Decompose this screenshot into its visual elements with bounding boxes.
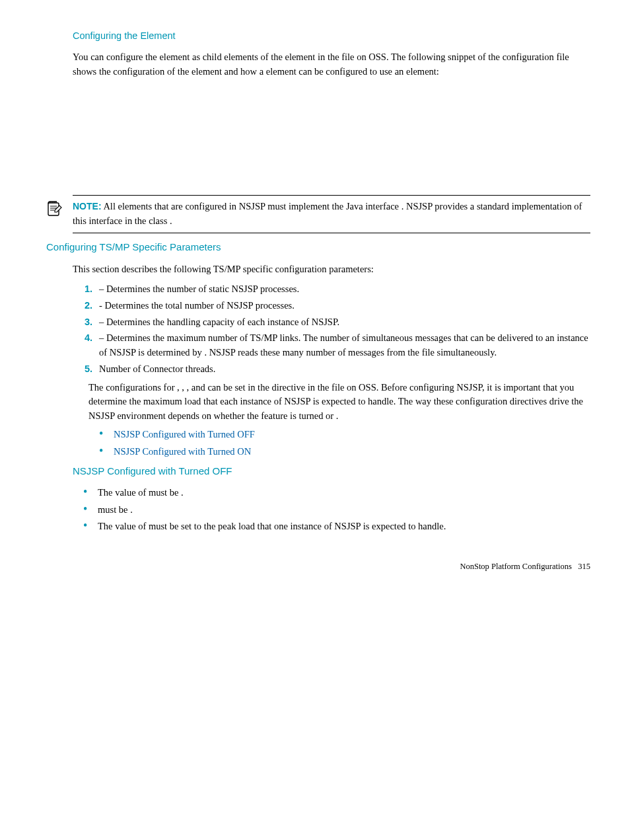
list-item: The value of must be set to the peak loa…	[95, 519, 590, 534]
note-icon	[45, 200, 63, 223]
svg-point-4	[55, 202, 57, 203]
list-item: NSJSP Configured with Turned ON	[111, 445, 590, 459]
list-item: - Determines the total number of NSJSP p…	[95, 299, 590, 313]
list-item: NSJSP Configured with Turned OFF	[111, 428, 590, 442]
list-item: – Determines the handling capacity of ea…	[95, 315, 590, 330]
list-item: – Determines the maximum number of TS/MP…	[95, 331, 590, 360]
config-explain-block: The configurations for , , , and can be …	[88, 381, 590, 459]
list-item: – Determines the number of static NSJSP …	[95, 282, 590, 297]
svg-point-2	[52, 202, 53, 203]
tsmp-intro: This section describes the following TS/…	[73, 262, 590, 277]
note-text: All elements that are configured in NSJS…	[73, 201, 582, 226]
list-item: The value of must be .	[95, 486, 590, 500]
turned-off-list: The value of must be . must be . The val…	[73, 486, 590, 534]
note-box: NOTE: All elements that are configured i…	[73, 195, 590, 233]
list-item: must be .	[95, 503, 590, 517]
svg-point-3	[53, 202, 55, 203]
note-label: NOTE:	[73, 201, 102, 211]
heading-configuring-element: Configuring the Element	[73, 29, 590, 44]
list-item: Number of Connector threads.	[95, 362, 590, 377]
page-footer: NonStop Platform Configurations 315	[73, 560, 590, 573]
link-turned-off[interactable]: NSJSP Configured with Turned OFF	[114, 429, 255, 439]
paragraph-executor-intro: You can configure the element as child e…	[73, 50, 590, 79]
code-snippet-placeholder	[73, 84, 590, 183]
heading-turned-off: NSJSP Configured with Turned OFF	[73, 464, 590, 479]
tsmp-param-list: – Determines the number of static NSJSP …	[73, 282, 590, 377]
link-turned-on[interactable]: NSJSP Configured with Turned ON	[114, 446, 251, 457]
svg-point-1	[50, 202, 51, 203]
heading-tsmp-params: Configuring TS/MP Specific Parameters	[46, 240, 590, 255]
